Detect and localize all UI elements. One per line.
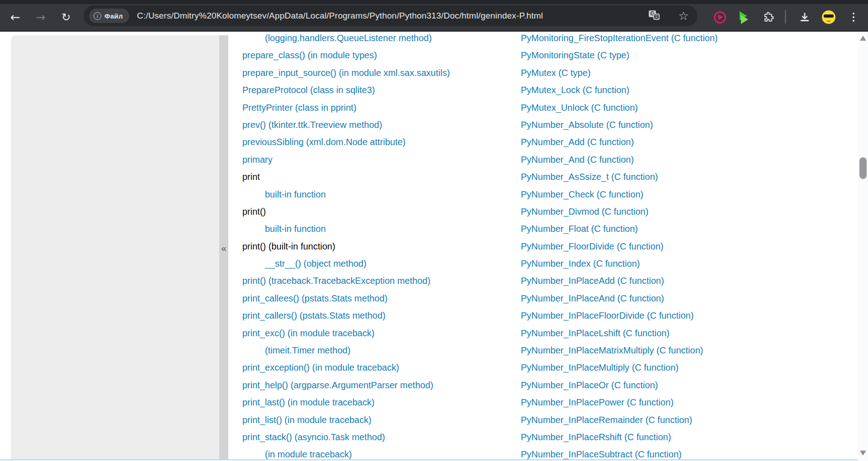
index-link[interactable]: prev() (tkinter.ttk.Treeview method): [242, 120, 382, 130]
index-link[interactable]: PyNumber_InPlaceOr (C function): [521, 380, 658, 390]
index-link[interactable]: PyNumber_InPlaceSubtract (C function): [521, 449, 682, 459]
index-entry[interactable]: (timeit.Timer method): [242, 342, 532, 359]
scrollbar-thumb[interactable]: [859, 157, 867, 179]
extension-green-play-button[interactable]: [736, 10, 751, 24]
index-link[interactable]: previousSibling (xml.dom.Node attribute): [242, 137, 406, 147]
index-entry[interactable]: prev() (tkinter.ttk.Treeview method): [242, 116, 532, 133]
index-entry[interactable]: PyNumber_Float (C function): [521, 220, 810, 237]
index-entry[interactable]: PyNumber_InPlaceMatrixMultiply (C functi…: [521, 342, 810, 359]
index-entry[interactable]: PyNumber_InPlaceAnd (C function): [521, 290, 810, 307]
profile-avatar-button[interactable]: [821, 10, 836, 24]
index-link[interactable]: print_last() (in module traceback): [242, 397, 374, 407]
index-link[interactable]: PyNumber_Divmod (C function): [521, 207, 648, 216]
index-entry[interactable]: PyNumber_InPlaceMultiply (C function): [521, 359, 810, 376]
index-link[interactable]: print_stack() (asyncio.Task method): [242, 432, 385, 442]
index-entry[interactable]: PyNumber_Absolute (C function): [521, 116, 810, 133]
bookmark-button[interactable]: ☆: [677, 9, 690, 23]
index-link[interactable]: PyMonitoring_FireStopIterationEvent (C f…: [521, 33, 718, 43]
index-entry[interactable]: PyMonitoring_FireStopIterationEvent (C f…: [521, 29, 810, 47]
index-link[interactable]: PyMutex_Lock (C function): [521, 85, 629, 95]
index-link[interactable]: PyNumber_InPlaceMultiply (C function): [521, 362, 679, 372]
index-link[interactable]: PyNumber_FloorDivide (C function): [521, 241, 664, 251]
back-button[interactable]: ←: [5, 6, 26, 28]
index-entry[interactable]: PyNumber_InPlacePower (C function): [521, 394, 810, 411]
index-entry[interactable]: built-in function: [242, 220, 532, 237]
index-entry[interactable]: (logging.handlers.QueueListener method): [242, 29, 532, 47]
index-entry[interactable]: PyNumber_InPlaceFloorDivide (C function): [521, 307, 810, 324]
address-bar[interactable]: i Файл C:/Users/Dmitry%20Kolomeytsev/App…: [84, 5, 698, 26]
index-link[interactable]: PyNumber_AsSsize_t (C function): [521, 172, 658, 182]
index-link[interactable]: prepare_class() (in module types): [242, 50, 377, 60]
index-entry[interactable]: print_stack() (asyncio.Task method): [242, 428, 532, 446]
index-link[interactable]: PyMonitoringState (C type): [521, 50, 629, 60]
sidebar-collapse-toggle[interactable]: «: [219, 243, 228, 254]
index-entry[interactable]: PyNumber_AsSsize_t (C function): [521, 168, 810, 185]
index-link[interactable]: PyNumber_InPlacePower (C function): [521, 397, 674, 407]
index-link[interactable]: (timeit.Timer method): [265, 345, 350, 355]
index-link[interactable]: PyNumber_And (C function): [521, 155, 634, 165]
index-entry[interactable]: print_help() (argparse.ArgumentParser me…: [242, 376, 532, 394]
index-link[interactable]: print_callers() (pstats.Stats method): [242, 310, 386, 320]
downloads-button[interactable]: [797, 10, 812, 24]
index-link[interactable]: (logging.handlers.QueueListener method): [265, 33, 432, 43]
index-link[interactable]: print_help() (argparse.ArgumentParser me…: [242, 380, 433, 390]
index-entry[interactable]: PyNumber_Divmod (C function): [521, 203, 810, 220]
index-entry[interactable]: previousSibling (xml.dom.Node attribute): [242, 133, 532, 151]
index-entry[interactable]: print_callers() (pstats.Stats method): [242, 307, 532, 324]
index-entry[interactable]: PyNumber_FloorDivide (C function): [521, 238, 810, 255]
index-entry[interactable]: print() (traceback.TracebackException me…: [242, 272, 532, 289]
index-entry[interactable]: PyNumber_InPlaceOr (C function): [521, 376, 810, 394]
index-link[interactable]: PyMutex (C type): [521, 68, 590, 78]
index-link[interactable]: PyNumber_InPlaceRshift (C function): [521, 432, 671, 442]
translate-button[interactable]: G 文: [648, 9, 661, 23]
index-entry[interactable]: PyNumber_InPlaceRshift (C function): [521, 428, 810, 446]
index-entry[interactable]: prepare_class() (in module types): [242, 47, 532, 64]
index-entry[interactable]: PyMutex (C type): [521, 64, 810, 81]
index-entry[interactable]: prepare_input_source() (in module xml.sa…: [242, 64, 532, 81]
url-text[interactable]: C:/Users/Dmitry%20Kolomeytsev/AppData/Lo…: [137, 5, 543, 26]
index-link[interactable]: PrettyPrinter (class in pprint): [242, 103, 356, 113]
index-link[interactable]: PrepareProtocol (class in sqlite3): [242, 85, 375, 95]
sidebar-resize-handle[interactable]: «: [219, 35, 228, 459]
index-entry[interactable]: PrettyPrinter (class in pprint): [242, 99, 532, 116]
index-link[interactable]: built-in function: [265, 224, 326, 234]
extensions-button[interactable]: [761, 10, 776, 24]
index-link[interactable]: __str__() (object method): [265, 259, 367, 268]
index-link[interactable]: PyNumber_Check (C function): [521, 189, 643, 199]
index-link[interactable]: PyNumber_InPlaceAdd (C function): [521, 276, 664, 286]
index-entry[interactable]: __str__() (object method): [242, 255, 532, 272]
index-entry[interactable]: PyNumber_InPlaceSubtract (C function): [521, 446, 810, 461]
index-link[interactable]: print() (traceback.TracebackException me…: [242, 276, 430, 286]
index-entry[interactable]: built-in function: [242, 186, 532, 203]
browser-menu-button[interactable]: [846, 10, 861, 24]
extension-red-play-button[interactable]: [712, 10, 727, 24]
index-entry[interactable]: print_callees() (pstats.Stats method): [242, 290, 532, 307]
index-link[interactable]: PyNumber_InPlaceAnd (C function): [521, 293, 664, 303]
index-entry[interactable]: (in module traceback): [242, 446, 532, 461]
index-entry[interactable]: PrepareProtocol (class in sqlite3): [242, 81, 532, 99]
index-entry[interactable]: print_exc() (in module traceback): [242, 325, 532, 342]
index-entry[interactable]: print_last() (in module traceback): [242, 394, 532, 411]
index-link[interactable]: PyNumber_InPlaceRemainder (C function): [521, 415, 692, 425]
index-entry[interactable]: PyMonitoringState (C type): [521, 47, 810, 64]
index-link[interactable]: (in module traceback): [265, 449, 352, 459]
index-entry[interactable]: PyNumber_InPlaceLshift (C function): [521, 325, 810, 342]
index-link[interactable]: PyNumber_Float (C function): [521, 224, 638, 234]
index-link[interactable]: PyNumber_Add (C function): [521, 137, 634, 147]
index-entry[interactable]: PyNumber_InPlaceAdd (C function): [521, 272, 810, 289]
index-link[interactable]: PyNumber_Absolute (C function): [521, 120, 653, 130]
index-link[interactable]: PyNumber_Index (C function): [521, 259, 640, 268]
index-link[interactable]: print_exc() (in module traceback): [242, 328, 374, 338]
index-entry[interactable]: PyMutex_Lock (C function): [521, 81, 810, 99]
index-entry[interactable]: PyNumber_Add (C function): [521, 133, 810, 151]
forward-button[interactable]: →: [30, 6, 52, 28]
site-info-chip[interactable]: i Файл: [89, 9, 129, 23]
page-scrollbar[interactable]: [858, 32, 868, 461]
index-link[interactable]: PyNumber_InPlaceLshift (C function): [521, 328, 670, 338]
scroll-up-arrow-icon[interactable]: [860, 36, 866, 41]
index-entry[interactable]: primary: [242, 151, 532, 168]
index-link[interactable]: print_list() (in module traceback): [242, 415, 372, 425]
index-entry[interactable]: print_list() (in module traceback): [242, 411, 532, 428]
scroll-down-arrow-icon[interactable]: [860, 451, 866, 456]
index-entry[interactable]: PyNumber_Index (C function): [521, 255, 810, 272]
